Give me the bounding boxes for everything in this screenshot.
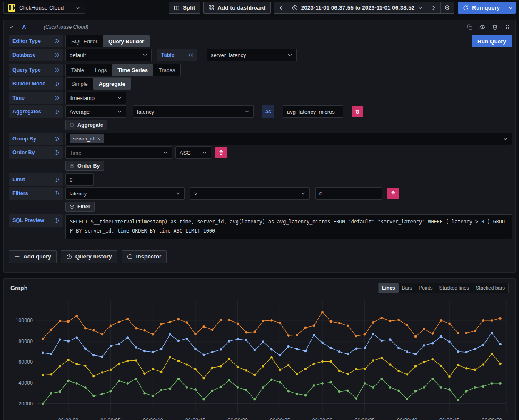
filter-value-input[interactable]: 0: [315, 187, 382, 200]
drag-handle-grip-icon[interactable]: [504, 24, 510, 30]
info-icon[interactable]: [54, 39, 59, 44]
chevron-down-icon: [117, 109, 122, 114]
info-icon[interactable]: [54, 150, 59, 155]
option-traces[interactable]: Traces: [153, 64, 180, 76]
info-icon[interactable]: [54, 136, 59, 141]
limit-value: 0: [70, 177, 72, 183]
plus-circle-icon: [70, 122, 75, 128]
info-icon[interactable]: [54, 52, 59, 58]
info-icon[interactable]: [54, 177, 59, 182]
aggregate-alias-input[interactable]: avg_latency_micros: [283, 105, 343, 118]
field-label-order-by: Order By: [9, 146, 63, 159]
add-aggregate-button[interactable]: Aggregate: [65, 120, 107, 130]
remove-order-by-button[interactable]: [215, 147, 227, 158]
apps-grid-icon: [208, 5, 214, 11]
option-points[interactable]: Points: [415, 283, 436, 292]
field-label-database: Database: [9, 49, 63, 61]
option-time-series[interactable]: Time Series: [112, 64, 153, 76]
add-filter-button[interactable]: Filter: [65, 202, 95, 212]
info-icon[interactable]: [54, 95, 59, 100]
builder-mode-toggle: SimpleAggregate: [65, 78, 131, 90]
info-icon[interactable]: [54, 68, 59, 72]
field-label-filters: Filters: [9, 187, 63, 200]
split-icon: [174, 5, 180, 11]
split-button[interactable]: Split: [169, 2, 200, 14]
svg-text:06:38:40: 06:38:40: [397, 418, 417, 420]
graph-panel-title: Graph: [10, 285, 27, 291]
chevron-down-icon: [202, 150, 207, 155]
explore-toolbar: ClickHouse Cloud Split Add to dashboard …: [0, 0, 519, 15]
info-icon[interactable]: [54, 218, 59, 223]
split-label: Split: [183, 5, 195, 11]
chevron-down-icon: [142, 52, 147, 58]
order-by-field-select[interactable]: Time: [65, 146, 172, 159]
limit-input[interactable]: 0: [65, 173, 94, 186]
option-lines[interactable]: Lines: [379, 283, 398, 292]
filter-operator-select[interactable]: >: [190, 187, 310, 200]
chevron-down-icon: [301, 191, 306, 196]
inspector-button[interactable]: Inspector: [122, 250, 167, 263]
database-select[interactable]: default: [65, 49, 152, 61]
option-stacked-bars[interactable]: Stacked bars: [472, 283, 508, 292]
run-query-button[interactable]: Run query: [458, 2, 505, 14]
remove-filter-button[interactable]: [387, 188, 399, 199]
group-by-select[interactable]: server_id: [65, 132, 512, 145]
table-select[interactable]: server_latency: [207, 49, 297, 61]
info-icon[interactable]: [54, 109, 59, 114]
time-column-select[interactable]: timestamp: [65, 92, 126, 104]
chevron-down-icon: [245, 109, 250, 114]
svg-text:06:38:00: 06:38:00: [58, 418, 79, 420]
aggregate-column-select[interactable]: latency: [133, 105, 254, 118]
time-shift-forward-button[interactable]: [427, 2, 440, 13]
option-sql-editor[interactable]: SQL Editor: [66, 35, 103, 47]
order-by-direction-value: ASC: [180, 150, 191, 156]
query-editor-footer: Add query Query history Inspector: [9, 240, 512, 268]
remove-chip-x-icon[interactable]: [97, 137, 101, 141]
option-logs[interactable]: Logs: [90, 64, 112, 76]
time-range-button[interactable]: 2023-11-01 06:37:55 to 2023-11-01 06:38:…: [288, 2, 427, 13]
run-query-editor-button[interactable]: Run Query: [472, 35, 512, 48]
option-stacked-lines[interactable]: Stacked lines: [436, 283, 472, 292]
group-by-chip-label: server_id: [73, 136, 94, 142]
add-to-dashboard-button[interactable]: Add to dashboard: [203, 2, 271, 14]
history-icon: [66, 254, 72, 260]
collapse-chevron-icon[interactable]: [9, 25, 14, 30]
duplicate-query-icon[interactable]: [467, 24, 473, 30]
option-bars[interactable]: Bars: [399, 283, 416, 292]
option-table[interactable]: Table: [66, 64, 90, 76]
toggle-visibility-eye-icon[interactable]: [479, 24, 485, 30]
svg-text:100000: 100000: [15, 318, 33, 323]
time-zoom-out-button[interactable]: [440, 2, 454, 13]
info-icon[interactable]: [54, 81, 59, 86]
aggregate-function-select[interactable]: Average: [65, 105, 126, 118]
query-datasource-hint: (ClickHouse Cloud): [44, 24, 89, 30]
add-order-by-button[interactable]: Order By: [65, 161, 104, 171]
svg-text:06:38:20: 06:38:20: [227, 418, 248, 420]
run-query-dropdown-button[interactable]: [505, 2, 516, 14]
svg-text:06:38:10: 06:38:10: [143, 418, 163, 420]
chevron-down-icon: [508, 5, 513, 10]
filter-field-select[interactable]: latency: [65, 187, 185, 200]
clock-icon: [292, 5, 298, 11]
info-icon[interactable]: [189, 52, 194, 58]
run-query-label: Run query: [472, 5, 500, 11]
time-series-chart[interactable]: 2000040000600008000010000006:38:0006:38:…: [10, 294, 509, 420]
editor-type-toggle: SQL EditorQuery Builder: [65, 35, 150, 48]
time-shift-back-button[interactable]: [274, 2, 288, 13]
add-to-dashboard-label: Add to dashboard: [217, 5, 266, 11]
svg-text:06:38:45: 06:38:45: [439, 418, 460, 420]
order-by-direction-select[interactable]: ASC: [175, 146, 211, 159]
add-query-button[interactable]: Add query: [9, 250, 57, 263]
option-simple[interactable]: Simple: [66, 78, 93, 90]
filter-value: 0: [319, 190, 322, 197]
group-by-chip[interactable]: server_id: [70, 134, 104, 143]
option-aggregate[interactable]: Aggregate: [93, 78, 131, 90]
info-icon[interactable]: [54, 191, 59, 196]
info-circle-icon: [127, 254, 133, 260]
remove-aggregate-button[interactable]: [352, 106, 363, 118]
option-query-builder[interactable]: Query Builder: [103, 35, 150, 47]
sql-preview-text: SELECT $__timeInterval(timestamp) as tim…: [65, 214, 512, 239]
delete-query-trash-icon[interactable]: [492, 24, 498, 30]
query-history-button[interactable]: Query history: [61, 250, 117, 263]
datasource-picker[interactable]: ClickHouse Cloud: [3, 2, 85, 14]
